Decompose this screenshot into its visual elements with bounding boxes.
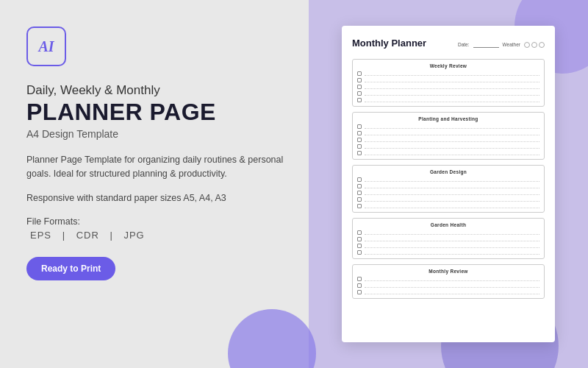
planner-section-3: Garden Health [352,218,545,259]
table-row [357,144,539,149]
separator2: | [110,230,116,241]
table-row [357,197,539,202]
formats-values: EPS | CDR | JPG [26,230,287,241]
row-line [365,283,539,288]
subtitle1: Daily, Weekly & Monthly [26,82,287,99]
separator1: | [62,230,69,241]
row-checkbox[interactable] [357,237,362,241]
description1: Planner Page Template for organizing dai… [26,153,287,182]
row-checkbox[interactable] [357,230,362,235]
subtitle2: A4 Design Template [26,128,287,140]
row-checkbox[interactable] [357,71,362,76]
section-title-4: Monthly Review [357,269,539,274]
planner-section-1: Planting and Harvesting [352,112,545,160]
left-panel: AI Daily, Weekly & Monthly PLANNER PAGE … [0,0,309,368]
row-line [365,144,539,149]
row-line [365,290,539,294]
row-checkbox[interactable] [357,151,362,155]
table-row [357,290,539,294]
row-checkbox[interactable] [357,177,362,182]
table-row [357,237,539,241]
sections-container: Weekly ReviewPlanting and HarvestingGard… [352,59,545,299]
row-line [365,204,539,208]
ready-to-print-button[interactable]: Ready to Print [26,257,115,280]
row-line [365,197,539,202]
format-eps: EPS [30,230,51,241]
row-line [365,184,539,188]
section-rows-0 [357,71,539,102]
doc-header-right: Date: Weather [458,42,545,48]
row-checkbox[interactable] [357,184,362,188]
planner-section-0: Weekly Review [352,59,545,107]
table-row [357,244,539,248]
row-line [365,277,539,281]
row-checkbox[interactable] [357,131,362,135]
table-row [357,177,539,182]
section-title-0: Weekly Review [357,63,539,68]
row-line [365,71,539,76]
planner-section-4: Monthly Review [352,264,545,299]
doc-title: Monthly Planner [352,38,426,49]
row-checkbox[interactable] [357,91,362,96]
row-line [365,250,539,255]
section-rows-2 [357,177,539,208]
table-row [357,78,539,82]
section-title-3: Garden Health [357,222,539,227]
section-rows-4 [357,277,539,294]
weather-icons [524,42,545,48]
format-cdr: CDR [76,230,99,241]
row-line [365,131,539,135]
row-checkbox[interactable] [357,78,362,82]
row-line [365,91,539,96]
table-row [357,277,539,281]
section-rows-1 [357,124,539,155]
row-line [365,230,539,235]
description2: Responsive with standard paper sizes A5,… [26,191,287,205]
table-row [357,98,539,102]
row-checkbox[interactable] [357,98,362,102]
ai-logo-text: AI [38,38,54,55]
date-label: Date: [458,42,470,47]
right-panel: Monthly Planner Date: Weather Weekly Rev… [309,0,588,368]
table-row [357,250,539,255]
table-row [357,138,539,142]
row-line [365,78,539,82]
ai-logo: AI [26,26,66,66]
section-rows-3 [357,230,539,255]
row-checkbox[interactable] [357,244,362,248]
format-jpg: JPG [123,230,144,241]
row-checkbox[interactable] [357,250,362,255]
section-title-1: Planting and Harvesting [357,116,539,121]
table-row [357,131,539,135]
row-checkbox[interactable] [357,290,362,294]
row-checkbox[interactable] [357,277,362,281]
row-checkbox[interactable] [357,204,362,208]
decorative-circle-left [228,309,316,368]
date-value [473,42,499,48]
table-row [357,283,539,288]
weather-icon-1 [524,42,530,48]
row-checkbox[interactable] [357,124,362,129]
table-row [357,191,539,195]
row-checkbox[interactable] [357,197,362,202]
table-row [357,124,539,129]
row-checkbox[interactable] [357,144,362,149]
row-line [365,98,539,102]
row-line [365,138,539,142]
weather-icon-3 [539,42,545,48]
table-row [357,91,539,96]
row-line [365,124,539,129]
row-line [365,191,539,195]
row-checkbox[interactable] [357,283,362,288]
row-checkbox[interactable] [357,191,362,195]
weather-icon-2 [531,42,537,48]
row-line [365,244,539,248]
table-row [357,71,539,76]
section-title-2: Garden Design [357,169,539,174]
row-checkbox[interactable] [357,85,362,89]
row-line [365,237,539,241]
table-row [357,85,539,89]
table-row [357,230,539,235]
document-preview: Monthly Planner Date: Weather Weekly Rev… [342,26,555,342]
row-checkbox[interactable] [357,138,362,142]
